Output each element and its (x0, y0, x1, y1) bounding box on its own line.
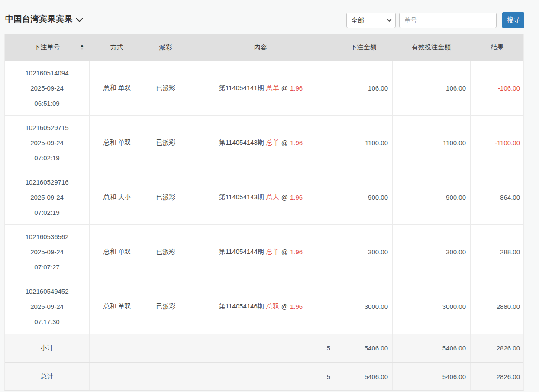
game-filter-select[interactable]: 全部 (346, 13, 396, 28)
bet-amount-cell: 1100.00 (335, 116, 392, 170)
order-date: 2025-09-24 (30, 135, 64, 150)
column-header-method: 方式 (89, 34, 145, 61)
subtotal-label: 小计 (5, 334, 89, 362)
payout-status-cell: 已派彩 (145, 170, 187, 224)
column-header-payout: 派彩 (145, 34, 187, 61)
order-cell: 102160529715 2025-09-24 07:02:19 (5, 116, 89, 170)
order-cell: 102160549452 2025-09-24 07:17:30 (5, 279, 89, 334)
pick-text: 总单 (266, 139, 279, 147)
pick-text: 总单 (266, 248, 279, 256)
total-label: 总计 (5, 363, 89, 390)
payout-status-cell: 已派彩 (145, 116, 187, 170)
order-cell: 102160514094 2025-09-24 06:51:09 (5, 61, 89, 115)
search-controls: 全部 搜寻 (346, 12, 524, 28)
valid-amount-cell: 1100.00 (392, 116, 470, 170)
total-bet-amount: 5406.00 (335, 363, 392, 390)
period-text: 第114054143期 (219, 193, 264, 201)
order-id-header-label: 下注单号 (34, 43, 60, 52)
order-search-input[interactable] (399, 13, 497, 28)
valid-amount-cell: 900.00 (392, 170, 470, 224)
at-symbol: @ (281, 248, 288, 256)
subtotal-count: 5 (89, 334, 335, 362)
result-cell: 2880.00 (470, 279, 524, 334)
content-cell: 第114054143期 总单 @ 1.96 (187, 116, 335, 170)
pick-text: 总单 (266, 84, 279, 92)
payout-status-cell: 已派彩 (145, 279, 187, 334)
column-header-valid-amount: 有效投注金额 (392, 34, 470, 61)
payout-status-cell: 已派彩 (145, 61, 187, 115)
content-cell: 第114054143期 总大 @ 1.96 (187, 170, 335, 224)
title-chevron-down-icon[interactable] (76, 18, 83, 23)
bet-amount-cell: 106.00 (335, 61, 392, 115)
sort-control[interactable]: ▲ ▼ (80, 44, 84, 51)
order-date: 2025-09-24 (30, 244, 64, 259)
at-symbol: @ (281, 139, 288, 146)
odds-text: 1.96 (290, 139, 303, 146)
search-button[interactable]: 搜寻 (502, 12, 524, 28)
subtotal-valid-amount: 5406.00 (392, 334, 470, 362)
odds-text: 1.96 (290, 194, 303, 201)
content-cell: 第114054144期 总单 @ 1.96 (187, 225, 335, 279)
subtotal-row: 小计 5 5406.00 5406.00 2826.00 (5, 334, 523, 362)
order-time: 07:17:30 (34, 314, 59, 329)
table-row: 102160549452 2025-09-24 07:17:30 总和 单双 已… (5, 279, 523, 334)
result-cell: -1100.00 (470, 116, 524, 170)
total-count: 5 (89, 363, 335, 390)
order-id: 102160529715 (25, 120, 68, 135)
sort-desc-icon[interactable]: ▼ (80, 47, 84, 51)
order-id: 102160529716 (25, 175, 68, 190)
table-row: 102160529716 2025-09-24 07:02:19 总和 大小 已… (5, 170, 523, 224)
order-time: 06:51:09 (34, 96, 59, 111)
order-id: 102160536562 (25, 229, 68, 244)
at-symbol: @ (281, 303, 288, 310)
order-date: 2025-09-24 (30, 299, 64, 314)
odds-text: 1.96 (290, 248, 303, 256)
bet-amount-cell: 900.00 (335, 170, 392, 224)
table-row: 102160536562 2025-09-24 07:07:27 总和 单双 已… (5, 224, 523, 279)
table-row: 102160529715 2025-09-24 07:02:19 总和 单双 已… (5, 115, 523, 170)
result-cell: -106.00 (470, 61, 524, 115)
at-symbol: @ (281, 84, 288, 92)
table-header-row: 下注单号 ▲ ▼ 方式 派彩 内容 下注金额 有效投注金额 结果 (5, 34, 523, 61)
valid-amount-cell: 106.00 (392, 61, 470, 115)
method-cell: 总和 单双 (89, 116, 145, 170)
column-header-result: 结果 (470, 34, 524, 61)
page-title: 中国台湾宾果宾果 (5, 13, 73, 25)
subtotal-bet-amount: 5406.00 (335, 334, 392, 362)
method-cell: 总和 大小 (89, 170, 145, 224)
content-cell: 第114054146期 总双 @ 1.96 (187, 279, 335, 334)
order-cell: 102160536562 2025-09-24 07:07:27 (5, 225, 89, 279)
bet-amount-cell: 300.00 (335, 225, 392, 279)
period-text: 第114054146期 (219, 302, 264, 311)
order-cell: 102160529716 2025-09-24 07:02:19 (5, 170, 89, 224)
total-row: 总计 5 5406.00 5406.00 2826.00 (5, 362, 523, 390)
order-date: 2025-09-24 (30, 190, 64, 205)
period-text: 第114054141期 (219, 84, 264, 92)
method-cell: 总和 单双 (89, 61, 145, 115)
column-header-bet-amount: 下注金额 (335, 34, 392, 61)
odds-text: 1.96 (290, 84, 303, 92)
content-cell: 第114054141期 总单 @ 1.96 (187, 61, 335, 115)
total-result: 2826.00 (470, 363, 524, 390)
top-bar: 中国台湾宾果宾果 全部 搜寻 (0, 0, 539, 34)
result-cell: 288.00 (470, 225, 524, 279)
order-id: 102160549452 (25, 284, 68, 299)
odds-text: 1.96 (290, 303, 303, 310)
order-time: 07:07:27 (34, 259, 59, 275)
method-cell: 总和 单双 (89, 279, 145, 334)
filter-select-wrap: 全部 (346, 13, 396, 28)
order-time: 07:02:19 (34, 205, 59, 220)
period-text: 第114054143期 (219, 139, 264, 147)
bet-amount-cell: 3000.00 (335, 279, 392, 334)
order-id: 102160514094 (25, 65, 68, 81)
pick-text: 总大 (266, 193, 279, 201)
table-row: 102160514094 2025-09-24 06:51:09 总和 单双 已… (5, 61, 523, 115)
valid-amount-cell: 300.00 (392, 225, 470, 279)
bet-records-table: 下注单号 ▲ ▼ 方式 派彩 内容 下注金额 有效投注金额 结果 1021605… (4, 34, 524, 391)
order-time: 07:02:19 (34, 150, 59, 165)
column-header-order-id[interactable]: 下注单号 ▲ ▼ (5, 34, 89, 61)
result-cell: 864.00 (470, 170, 524, 224)
pick-text: 总双 (266, 302, 279, 311)
valid-amount-cell: 3000.00 (392, 279, 470, 334)
method-cell: 总和 单双 (89, 225, 145, 279)
